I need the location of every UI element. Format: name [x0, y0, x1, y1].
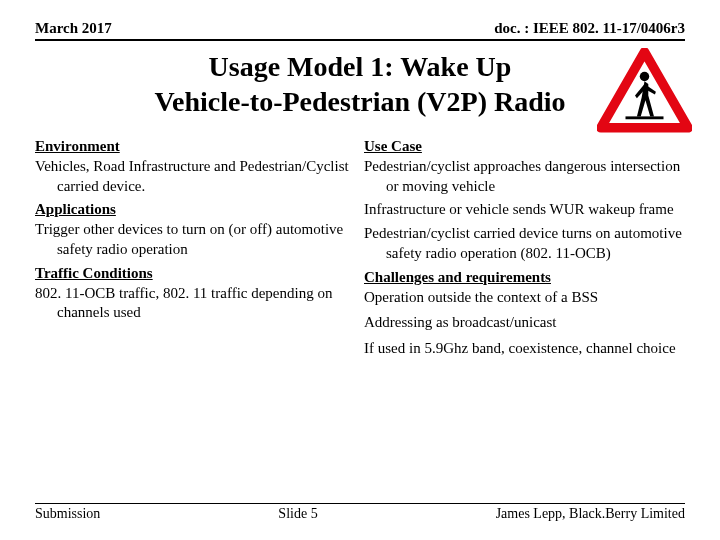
challenges-item-1: Operation outside the context of a BSS [364, 288, 685, 308]
usecase-item-3: Pedestrian/cyclist carried device turns … [364, 224, 685, 264]
usecase-item-2: Infrastructure or vehicle sends WUR wake… [364, 200, 685, 220]
header-docref: doc. : IEEE 802. 11-17/0406r3 [494, 20, 685, 37]
applications-body: Trigger other devices to turn on (or off… [35, 220, 356, 260]
page-title: Usage Model 1: Wake Up Vehicle-to-Pedest… [35, 49, 685, 119]
traffic-heading: Traffic Conditions [35, 264, 356, 284]
header-bar: March 2017 doc. : IEEE 802. 11-17/0406r3 [35, 20, 685, 41]
challenges-item-3: If used in 5.9Ghz band, coexistence, cha… [364, 339, 685, 359]
usecase-item-1: Pedestrian/cyclist approaches dangerous … [364, 157, 685, 197]
applications-heading: Applications [35, 200, 356, 220]
footer-bar: Submission Slide 5 James Lepp, Black.Ber… [35, 503, 685, 522]
content-columns: Environment Vehicles, Road Infrastructur… [35, 135, 685, 365]
challenges-item-2: Addressing as broadcast/unicast [364, 313, 685, 333]
svg-point-1 [640, 72, 650, 82]
left-column: Environment Vehicles, Road Infrastructur… [35, 135, 360, 365]
svg-rect-2 [626, 116, 664, 119]
title-line-1: Usage Model 1: Wake Up [35, 49, 685, 84]
footer-left: Submission [35, 506, 100, 522]
title-line-2: Vehicle-to-Pedestrian (V2P) Radio [35, 84, 685, 119]
environment-heading: Environment [35, 137, 356, 157]
right-column: Use Case Pedestrian/cyclist approaches d… [360, 135, 685, 365]
challenges-heading: Challenges and requirements [364, 268, 685, 288]
footer-right: James Lepp, Black.Berry Limited [496, 506, 685, 522]
header-date: March 2017 [35, 20, 112, 37]
footer-center: Slide 5 [278, 506, 317, 522]
traffic-body: 802. 11-OCB traffic, 802. 11 traffic dep… [35, 284, 356, 324]
environment-body: Vehicles, Road Infrastructure and Pedest… [35, 157, 356, 197]
pedestrian-sign-icon [597, 48, 692, 143]
